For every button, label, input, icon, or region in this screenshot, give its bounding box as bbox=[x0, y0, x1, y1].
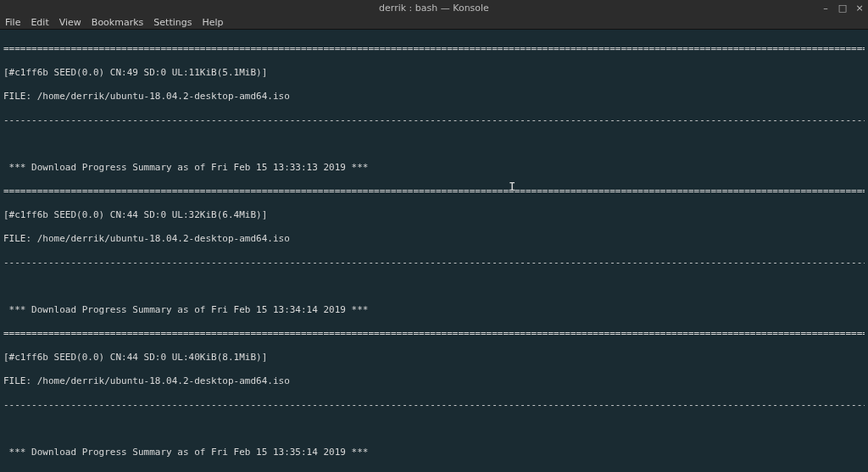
rule: ----------------------------------------… bbox=[3, 399, 865, 411]
blank bbox=[3, 423, 865, 435]
seed-stat: [#c1ff6b SEED(0.0) CN:49 SD:0 UL:11KiB(5… bbox=[3, 67, 865, 79]
close-button[interactable]: × bbox=[854, 3, 865, 14]
menu-file[interactable]: File bbox=[5, 17, 20, 28]
rule: ========================================… bbox=[3, 43, 865, 55]
progress-summary: *** Download Progress Summary as of Fri … bbox=[3, 162, 865, 174]
seed-stat: [#c1ff6b SEED(0.0) CN:44 SD:0 UL:32KiB(6… bbox=[3, 209, 865, 221]
seed-stat: [#c1ff6b SEED(0.0) CN:44 SD:0 UL:40KiB(8… bbox=[3, 352, 865, 364]
maximize-button[interactable]: □ bbox=[837, 3, 848, 14]
rule: ========================================… bbox=[3, 186, 865, 197]
progress-summary: *** Download Progress Summary as of Fri … bbox=[3, 304, 865, 316]
minimize-button[interactable]: – bbox=[821, 3, 831, 14]
rule: ========================================… bbox=[3, 328, 865, 340]
window-titlebar: derrik : bash — Konsole – □ × bbox=[0, 0, 868, 15]
terminal-output[interactable]: ========================================… bbox=[0, 30, 868, 472]
menu-bookmarks[interactable]: Bookmarks bbox=[92, 17, 143, 28]
file-path: FILE: /home/derrik/ubuntu-18.04.2-deskto… bbox=[3, 233, 865, 245]
rule: ----------------------------------------… bbox=[3, 114, 865, 126]
menu-edit[interactable]: Edit bbox=[31, 17, 48, 28]
rule: ----------------------------------------… bbox=[3, 257, 865, 269]
file-path: FILE: /home/derrik/ubuntu-18.04.2-deskto… bbox=[3, 91, 865, 103]
progress-summary: *** Download Progress Summary as of Fri … bbox=[3, 447, 865, 458]
menu-help[interactable]: Help bbox=[202, 17, 223, 28]
menubar: File Edit View Bookmarks Settings Help bbox=[0, 15, 868, 30]
file-path: FILE: /home/derrik/ubuntu-18.04.2-deskto… bbox=[3, 375, 865, 387]
window-title: derrik : bash — Konsole bbox=[379, 3, 489, 14]
menu-settings[interactable]: Settings bbox=[153, 17, 192, 28]
window-controls: – □ × bbox=[821, 0, 865, 15]
blank bbox=[3, 138, 865, 150]
blank bbox=[3, 280, 865, 292]
menu-view[interactable]: View bbox=[59, 17, 81, 28]
